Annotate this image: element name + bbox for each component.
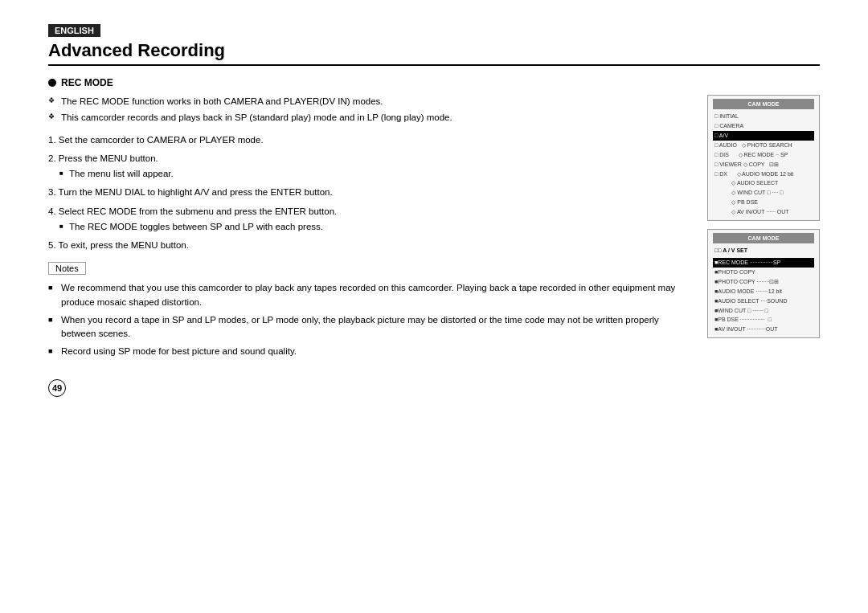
menu1-item-0: □ INITIAL bbox=[713, 112, 814, 121]
menu2-item-6: ■WIND CUT □ ······· □ bbox=[713, 306, 814, 316]
menu2-item-0: □□ A / V SET bbox=[713, 246, 814, 255]
step-2: 2. Press the MENU button. The menu list … bbox=[48, 152, 691, 182]
step-4: 4. Select REC MODE from the submenu and … bbox=[48, 205, 691, 235]
step-3-text: Turn the MENU DIAL to highlight A/V and … bbox=[59, 187, 333, 197]
notes-bullets: We recommend that you use this camcorder… bbox=[48, 281, 691, 358]
content-area: The REC MODE function works in both CAME… bbox=[48, 95, 820, 363]
section-label: REC MODE bbox=[61, 77, 113, 88]
notes-section: Notes We recommend that you use this cam… bbox=[48, 262, 691, 358]
step-4-sub-1: The REC MODE toggles between SP and LP w… bbox=[59, 220, 691, 234]
menu1-title: CAM MODE bbox=[713, 99, 814, 109]
page-number-container: 49 bbox=[48, 379, 820, 397]
step-3-num: 3. bbox=[48, 187, 56, 197]
menu2-item-1: ■REC MODE ···············SP bbox=[713, 258, 814, 268]
step-2-num: 2. bbox=[48, 153, 56, 163]
menu2-item-7: ■PB DSE ················ □ bbox=[713, 315, 814, 325]
step-5-text: To exit, press the MENU button. bbox=[59, 240, 189, 250]
menu2-item-4: ■AUDIO MODE ········12 bit bbox=[713, 287, 814, 296]
menu2-item-3: ■PHOTO COPY ········⊡⊞ bbox=[713, 277, 814, 287]
menu1-item-9: ◇ PB DSE bbox=[713, 198, 814, 207]
step-1-num: 1. bbox=[48, 135, 56, 145]
note-1: We recommend that you use this camcorder… bbox=[48, 281, 691, 309]
section-dot bbox=[48, 79, 56, 87]
menu2-title: CAM MODE bbox=[713, 233, 814, 243]
steps-list: 1. Set the camcorder to CAMERA or PLAYER… bbox=[48, 133, 691, 253]
menu1-item-4: □ DIS ◇ REC MODE ·· SP bbox=[713, 150, 814, 160]
step-1: 1. Set the camcorder to CAMERA or PLAYER… bbox=[48, 133, 691, 147]
intro-bullet-1: The REC MODE function works in both CAME… bbox=[48, 95, 691, 108]
language-badge: ENGLISH bbox=[48, 24, 100, 37]
menu2-item-5: ■AUDIO SELECT ····SOUND bbox=[713, 296, 814, 306]
step-1-text: Set the camcorder to CAMERA or PLAYER mo… bbox=[59, 135, 264, 145]
step-2-sub-1: The menu list will appear. bbox=[59, 167, 691, 181]
menu1-item-7: ◇ AUDIO SELECT bbox=[713, 178, 814, 188]
step-4-num: 4. bbox=[48, 206, 56, 216]
section-header: REC MODE bbox=[48, 77, 820, 88]
step-4-sub: The REC MODE toggles between SP and LP w… bbox=[48, 220, 691, 234]
menu1-item-5: □ VIEWER ◇ COPY ⊡⊞ bbox=[713, 160, 814, 170]
note-2: When you record a tape in SP and LP mode… bbox=[48, 313, 691, 341]
menu2-item-8: ■AV IN/OUT ············OUT bbox=[713, 325, 814, 334]
step-2-text: Press the MENU button. bbox=[59, 153, 158, 163]
menu2-item-2: ■PHOTO COPY bbox=[713, 268, 814, 277]
page-number: 49 bbox=[48, 379, 66, 397]
page-title: Advanced Recording bbox=[48, 40, 820, 66]
left-column: The REC MODE function works in both CAME… bbox=[48, 95, 691, 363]
step-2-sub: The menu list will appear. bbox=[48, 167, 691, 181]
menu1-item-3: □ AUDIO ◇ PHOTO SEARCH bbox=[713, 141, 814, 150]
step-4-text: Select REC MODE from the submenu and pre… bbox=[59, 206, 337, 216]
notes-label: Notes bbox=[48, 262, 86, 275]
menu1-item-1: □ CAMERA bbox=[713, 121, 814, 131]
english-badge-container: ENGLISH bbox=[48, 24, 820, 40]
menu1-item-10: ◇ AV IN/OUT ······ OUT bbox=[713, 207, 814, 217]
menu1-item-8: ◇ WIND CUT □ ···· □ bbox=[713, 188, 814, 198]
note-3: Record using SP mode for best picture an… bbox=[48, 345, 691, 358]
menu1-item-6: □ DX ◇ AUDIO MODE 12 bit bbox=[713, 170, 814, 179]
menu1-item-2: □ A/V bbox=[713, 131, 814, 141]
menu-display-1: CAM MODE □ INITIAL □ CAMERA □ A/V □ AUDI… bbox=[707, 95, 820, 221]
step-5: 5. To exit, press the MENU button. bbox=[48, 239, 691, 252]
step-3: 3. Turn the MENU DIAL to highlight A/V a… bbox=[48, 186, 691, 199]
intro-bullet-2: This camcorder records and plays back in… bbox=[48, 111, 691, 125]
step-5-num: 5. bbox=[48, 240, 56, 250]
intro-bullets: The REC MODE function works in both CAME… bbox=[48, 95, 691, 125]
menu-display-2: CAM MODE □□ A / V SET ■REC MODE ········… bbox=[707, 229, 820, 338]
right-column: CAM MODE □ INITIAL □ CAMERA □ A/V □ AUDI… bbox=[707, 95, 820, 363]
